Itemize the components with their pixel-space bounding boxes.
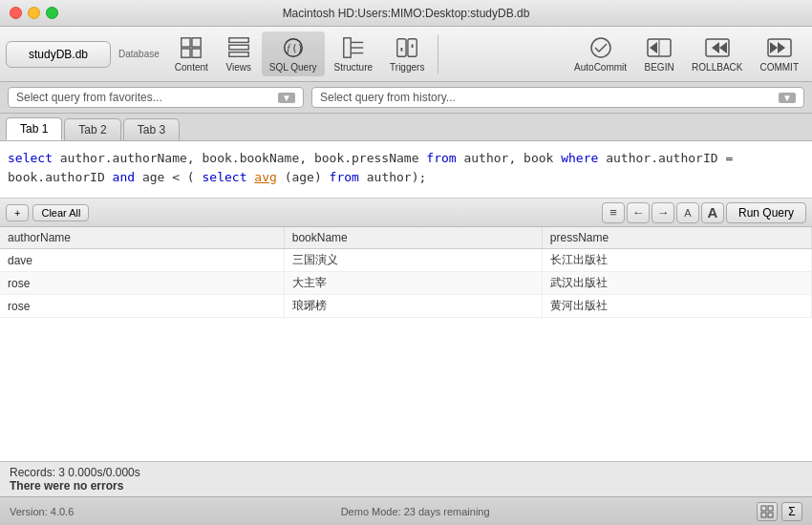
demo-mode-label: Demo Mode: 23 days remaining <box>341 506 490 517</box>
svg-marker-27 <box>778 42 785 53</box>
tabs-row: Tab 1 Tab 2 Tab 3 <box>0 114 812 141</box>
svg-marker-26 <box>770 42 778 53</box>
table-row: rose大主宰武汉出版社 <box>0 272 812 295</box>
toolbar-rollback[interactable]: ROLLBACK <box>684 32 750 76</box>
next-icon[interactable]: → <box>652 202 674 223</box>
table-row: rose琅琊榜黄河出版社 <box>0 295 812 318</box>
run-query-button[interactable]: Run Query <box>726 202 806 223</box>
version-label: Version: 4.0.6 <box>10 506 74 517</box>
rollback-label: ROLLBACK <box>692 62 742 73</box>
bottom-icons: Σ <box>757 502 802 521</box>
selects-row: Select query from favorites... ▼ Select … <box>0 82 812 114</box>
title-bar: Macintosh HD:Users:MIMO:Desktop:studyDB.… <box>0 0 812 27</box>
triggers-icon <box>395 35 419 60</box>
tab-2[interactable]: Tab 2 <box>64 118 120 140</box>
sql-select2-keyword: select <box>203 170 247 184</box>
table-cell: rose <box>0 295 284 318</box>
database-button[interactable]: studyDB.db <box>6 41 111 68</box>
svg-rect-30 <box>761 513 766 517</box>
toolbar-autocommit[interactable]: AutoCommit <box>566 32 634 76</box>
error-status: There were no errors <box>10 479 802 493</box>
col-bookname: bookName <box>284 227 542 249</box>
views-icon <box>226 35 251 60</box>
favorites-value: Select query from favorites... <box>16 91 162 104</box>
structure-label: Structure <box>334 62 374 73</box>
table-cell: 武汉出版社 <box>542 272 811 295</box>
svg-rect-6 <box>229 52 248 57</box>
svg-marker-24 <box>712 42 719 53</box>
results-table: authorName bookName pressName dave三国演义长江… <box>0 227 812 318</box>
results-area: authorName bookName pressName dave三国演义长江… <box>0 227 812 461</box>
svg-text:(): () <box>291 43 303 53</box>
window-title: Macintosh HD:Users:MIMO:Desktop:studyDB.… <box>283 7 530 20</box>
font-large-icon[interactable]: A <box>701 202 724 223</box>
commit-icon <box>764 35 795 60</box>
svg-marker-21 <box>650 42 657 53</box>
sql-from2-keyword: from <box>330 170 359 184</box>
table-cell: rose <box>0 272 284 295</box>
svg-rect-28 <box>761 506 766 511</box>
svg-rect-1 <box>192 38 201 47</box>
begin-label: BEGIN <box>645 62 674 73</box>
triggers-label: Triggers <box>390 62 424 73</box>
prev-icon[interactable]: ← <box>627 202 650 223</box>
sql-avg-func: avg <box>254 170 276 184</box>
table-cell: 三国演义 <box>284 249 542 272</box>
table-cell: 琅琊榜 <box>284 295 542 318</box>
svg-point-18 <box>591 38 610 57</box>
sql-from-keyword: from <box>426 151 456 165</box>
sql-where-keyword: where <box>561 151 598 165</box>
add-row-button[interactable]: + <box>6 204 29 221</box>
sql-and-keyword: and <box>113 170 135 184</box>
table-cell: 大主宰 <box>284 272 542 295</box>
toolbar-sql-query[interactable]: f () SQL Query <box>262 32 325 76</box>
menu-icon[interactable]: ≡ <box>602 202 625 223</box>
font-small-icon[interactable]: A <box>676 202 699 223</box>
toolbar-separator <box>438 35 438 74</box>
toolbar-begin[interactable]: BEGIN <box>636 32 682 76</box>
tab-3[interactable]: Tab 3 <box>123 118 180 140</box>
table-header-row: authorName bookName pressName <box>0 227 812 249</box>
window-controls[interactable] <box>10 7 58 19</box>
toolbar-triggers[interactable]: Triggers <box>382 32 432 76</box>
bottom-bar: Version: 4.0.6 Demo Mode: 23 days remain… <box>0 496 812 525</box>
toolbar-commit[interactable]: COMMIT <box>752 32 806 76</box>
history-dropdown[interactable]: Select query from history... ▼ <box>311 87 804 108</box>
sum-icon[interactable]: Σ <box>781 502 802 521</box>
content-icon <box>179 35 203 60</box>
col-pressname: pressName <box>542 227 811 249</box>
svg-rect-31 <box>768 513 773 517</box>
rollback-icon <box>702 35 733 60</box>
favorites-arrow: ▼ <box>278 93 295 103</box>
content-label: Content <box>175 62 208 73</box>
records-count: Records: 3 0.000s/0.000s <box>10 466 802 479</box>
toolbar-content[interactable]: Content <box>167 32 216 76</box>
sql-editor[interactable]: select author.authorName, book.bookName,… <box>0 141 812 199</box>
toolbar-right: AutoCommit BEGIN ROLLBACK <box>566 32 806 76</box>
main-toolbar: studyDB.db Database Content Views f () S… <box>0 27 812 82</box>
tab-1[interactable]: Tab 1 <box>6 117 62 140</box>
close-button[interactable] <box>10 7 22 19</box>
history-value: Select query from history... <box>320 91 456 104</box>
clear-all-button[interactable]: Clear All <box>32 204 89 221</box>
table-cell: 黄河出版社 <box>542 295 811 318</box>
grid-icon[interactable] <box>757 502 778 521</box>
commit-label: COMMIT <box>759 62 799 73</box>
svg-rect-2 <box>182 49 190 57</box>
toolbar-structure[interactable]: Structure <box>327 32 381 76</box>
status-bar: Records: 3 0.000s/0.000s There were no e… <box>0 461 812 496</box>
autocommit-icon <box>586 35 616 60</box>
maximize-button[interactable] <box>46 7 58 19</box>
history-arrow: ▼ <box>779 93 796 103</box>
col-authorname: authorName <box>0 227 284 249</box>
toolbar-views[interactable]: Views <box>218 32 260 76</box>
svg-marker-23 <box>719 42 727 53</box>
favorites-dropdown[interactable]: Select query from favorites... ▼ <box>8 87 304 108</box>
svg-rect-4 <box>229 38 248 43</box>
table-cell: 长江出版社 <box>542 249 811 272</box>
svg-rect-29 <box>768 506 773 511</box>
minimize-button[interactable] <box>28 7 40 19</box>
sql-query-label: SQL Query <box>269 62 317 73</box>
begin-icon <box>644 35 674 60</box>
sql-select-keyword: select <box>8 151 53 165</box>
